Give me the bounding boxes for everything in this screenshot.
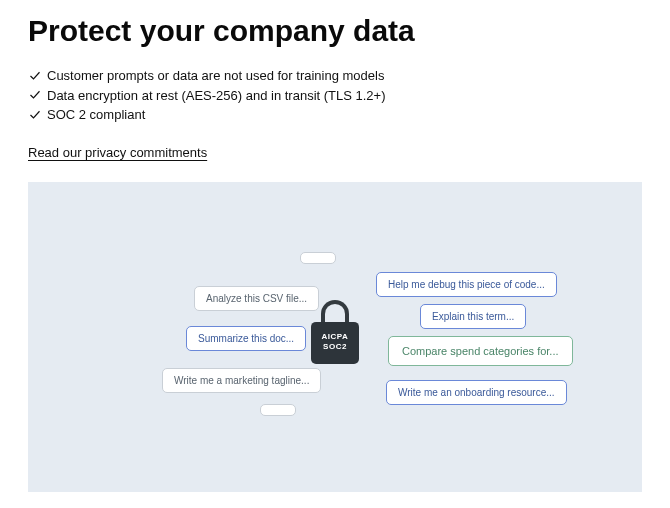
prompt-chip-explain: Explain this term...	[420, 304, 526, 329]
prompt-chip-onboarding: Write me an onboarding resource...	[386, 380, 567, 405]
prompt-chip-analyze-csv: Analyze this CSV file...	[194, 286, 319, 311]
list-item: SOC 2 compliant	[28, 105, 642, 125]
list-item: Customer prompts or data are not used fo…	[28, 66, 642, 86]
prompt-chip-debug: Help me debug this piece of code...	[376, 272, 557, 297]
prompt-chip-summarize: Summarize this doc...	[186, 326, 306, 351]
privacy-link[interactable]: Read our privacy commitments	[28, 145, 207, 160]
prompt-chip-compare-spend: Compare spend categories for...	[388, 336, 573, 366]
feature-list: Customer prompts or data are not used fo…	[28, 66, 642, 125]
lock-icon: AICPA SOC2	[307, 299, 363, 363]
prompt-chip-marketing: Write me a marketing tagline...	[162, 368, 321, 393]
decorative-chip	[260, 404, 296, 416]
list-item-text: Data encryption at rest (AES-256) and in…	[47, 86, 386, 106]
lock-label-line2: SOC2	[323, 343, 347, 352]
list-item-text: Customer prompts or data are not used fo…	[47, 66, 384, 86]
check-icon	[28, 69, 41, 82]
list-item: Data encryption at rest (AES-256) and in…	[28, 86, 642, 106]
lock-label-line1: AICPA	[322, 333, 349, 342]
page-title: Protect your company data	[28, 14, 642, 48]
check-icon	[28, 108, 41, 121]
illustration-panel: Analyze this CSV file... Write me a mark…	[28, 182, 642, 492]
decorative-chip	[300, 252, 336, 264]
list-item-text: SOC 2 compliant	[47, 105, 145, 125]
check-icon	[28, 89, 41, 102]
